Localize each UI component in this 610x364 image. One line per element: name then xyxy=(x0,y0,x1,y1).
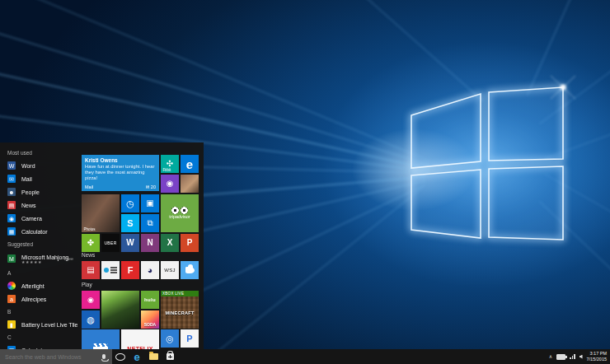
section-header-most-used: Most used xyxy=(0,147,80,159)
sidebar-item-allrecipes[interactable]: aAllrecipes xyxy=(0,292,80,306)
store-button[interactable] xyxy=(162,349,178,364)
news-briefing-logo xyxy=(104,267,117,273)
price-label: Free xyxy=(64,256,73,261)
app-label: Afterlight xyxy=(21,283,45,289)
tile-wsj[interactable]: WSJ xyxy=(161,261,179,279)
taskbar: e ∧ 3:17 PM 7/15/2015 xyxy=(0,349,610,364)
battery-icon[interactable] xyxy=(556,354,565,360)
tile-skype[interactable]: S xyxy=(121,214,139,232)
tile-netflix[interactable]: NETFLIX xyxy=(121,329,159,349)
battery-icon: ▮ xyxy=(7,320,16,329)
clock-date: 7/15/2015 xyxy=(587,357,607,362)
app-label: Word xyxy=(21,163,35,169)
task-view-button[interactable] xyxy=(112,349,129,364)
sidebar-item-word[interactable]: WWord xyxy=(0,159,80,172)
alarms-icon: ◷ xyxy=(126,199,134,208)
section-header-a: A xyxy=(0,267,80,279)
tile-groove[interactable]: ◎ xyxy=(161,329,179,348)
tile-swirl-game[interactable]: ◍ xyxy=(82,310,100,329)
sidebar-item-calculator[interactable]: ▦Calculator xyxy=(0,225,80,238)
tile-news-briefing[interactable] xyxy=(101,261,120,279)
section-header-suggested: Suggested xyxy=(0,238,80,250)
network-icon[interactable] xyxy=(570,354,575,359)
sidebar-item-news[interactable]: ▤News xyxy=(0,198,80,212)
tile-group-label-news: News xyxy=(82,252,95,259)
tile-minecraft[interactable]: XBOX LIVEMINECRAFT xyxy=(161,291,199,329)
uber-wordmark: UBER xyxy=(101,234,120,252)
tile-group-label-play: Play xyxy=(82,282,92,288)
movies-tv-clapper-icon xyxy=(93,343,108,350)
mahjong-icon: M xyxy=(7,254,16,263)
tile-flipboard[interactable]: F xyxy=(121,261,139,279)
tile-news-app[interactable]: ▤ xyxy=(82,261,100,279)
start-left-sections: Most usedWWord✉Mail☻People▤News◉Camera▦C… xyxy=(0,142,80,349)
photos-tile-label: Photos xyxy=(84,227,96,231)
skype-icon: S xyxy=(127,219,133,228)
mail-icon: ✉ xyxy=(7,175,16,183)
tile-fitbit[interactable]: ✣Fitbit xyxy=(161,155,179,173)
sidebar-item-microsoft-mahjong[interactable]: MMicrosoft Mahjong★★★★★Free xyxy=(0,250,80,267)
tile-mail[interactable]: Kristi OwensHave fun at dinner tonight. … xyxy=(82,155,159,191)
fitbit-tile-label: Fitbit xyxy=(163,168,171,172)
netflix-wordmark: NETFLIX xyxy=(121,329,159,349)
mail-badge: ✉ 20 xyxy=(146,184,156,189)
tile-snowboard-game[interactable] xyxy=(101,291,139,329)
tile-panel: NewsPlayKristi OwensHave fun at dinner t… xyxy=(82,155,202,349)
tile-powerpoint[interactable]: P xyxy=(181,234,199,252)
app-label: Camera xyxy=(21,216,42,222)
green-hand-app-icon: ✤ xyxy=(87,239,94,247)
section-header-c: C xyxy=(0,331,80,343)
edge-taskbar-button[interactable]: e xyxy=(129,349,145,364)
tile-hulu[interactable]: hulu xyxy=(141,291,159,309)
tile-excel[interactable]: X xyxy=(161,234,179,252)
connect-icon: ⧉ xyxy=(147,219,152,227)
word-icon: W xyxy=(7,161,16,170)
tripadvisor-owl-icon: tripadvisor xyxy=(169,207,190,220)
twitter-bird-icon xyxy=(185,267,195,273)
tile-tripadvisor[interactable]: tripadvisor xyxy=(161,194,199,232)
mail-sender: Kristi Owens xyxy=(82,155,159,164)
tile-connect[interactable]: ⧉ xyxy=(141,214,159,232)
clock-time: 3:17 PM xyxy=(590,351,607,357)
rating-stars: ★★★★★ xyxy=(21,260,64,264)
tile-movies-tv[interactable] xyxy=(82,329,120,349)
tray-chevron-up-icon[interactable]: ∧ xyxy=(549,353,552,359)
start-menu: Most usedWWord✉Mail☻People▤News◉Camera▦C… xyxy=(0,142,204,349)
sidebar-item-calculator[interactable]: ▦Calculator xyxy=(0,343,80,349)
tile-camera-app[interactable]: ◉ xyxy=(82,291,100,309)
sidebar-item-battery-level-live-tile[interactable]: ▮Battery Level Live Tile xyxy=(0,318,80,331)
sidebar-item-people[interactable]: ☻People xyxy=(0,185,80,198)
search-box[interactable] xyxy=(0,349,112,364)
tile-calendar[interactable]: ▣ xyxy=(141,194,159,212)
tile-alarms[interactable]: ◷ xyxy=(121,194,139,212)
tile-contact-photo[interactable] xyxy=(181,175,199,193)
calculator-icon: ▦ xyxy=(7,227,16,236)
allrecipes-icon: a xyxy=(7,295,16,303)
tile-edge[interactable]: e xyxy=(181,155,199,173)
sidebar-item-mail[interactable]: ✉Mail xyxy=(0,172,80,185)
edge-icon: e xyxy=(134,352,139,362)
sidebar-item-camera[interactable]: ◉Camera xyxy=(0,212,80,225)
mail-preview: Have fun at dinner tonight. I hear they … xyxy=(82,164,159,182)
tile-photos[interactable]: Photos xyxy=(82,194,120,232)
file-explorer-button[interactable] xyxy=(145,349,162,364)
tile-word[interactable]: W xyxy=(121,234,139,252)
onenote-icon: N xyxy=(147,239,152,247)
tile-news-circle-logo[interactable]: ◕ xyxy=(141,261,159,279)
tile-pandora[interactable]: P xyxy=(181,329,199,348)
taskbar-clock[interactable]: 3:17 PM 7/15/2015 xyxy=(587,351,607,362)
speaker-icon[interactable] xyxy=(580,355,583,359)
periscope-icon: ◉ xyxy=(167,180,174,188)
tile-green-hand-app[interactable]: ✤ xyxy=(82,234,100,252)
tile-uber[interactable]: UBER xyxy=(101,234,120,252)
tile-periscope[interactable]: ◉ xyxy=(161,175,179,193)
tile-candy-game[interactable]: SODA xyxy=(141,310,159,329)
tile-twitter[interactable] xyxy=(181,261,199,279)
search-input[interactable] xyxy=(0,353,97,361)
sidebar-item-afterlight[interactable]: Afterlight xyxy=(0,279,80,292)
tile-onenote[interactable]: N xyxy=(141,234,159,252)
microphone-icon[interactable] xyxy=(102,354,106,359)
candy-soda-label: SODA xyxy=(141,322,159,327)
folder-icon xyxy=(149,353,158,360)
powerpoint-icon: P xyxy=(187,239,193,247)
